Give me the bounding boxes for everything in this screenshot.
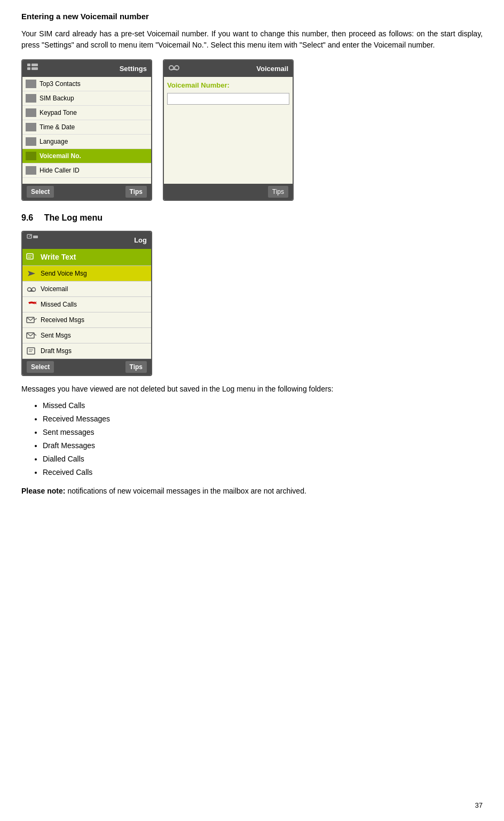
menu-item-label: SIM Backup — [40, 93, 74, 103]
section-title: The Log menu — [44, 213, 103, 222]
log-item-received-msgs[interactable]: Received Msgs — [22, 312, 151, 328]
svg-rect-6 — [171, 69, 177, 70]
voicemail-screen-body: Voicemail Number: — [164, 77, 293, 184]
menu-item-sim-backup[interactable]: SIM Backup — [22, 91, 151, 106]
log-item-missed-calls[interactable]: Missed Calls — [22, 297, 151, 312]
menu-item-label: Time & Date — [40, 122, 75, 132]
settings-screen: Settings Top3 Contacts SIM Backup Keypad… — [21, 59, 152, 201]
caller-id-icon — [26, 166, 36, 175]
voicemail-number-input[interactable] — [167, 93, 289, 105]
voicemail-number-label: Voicemail Number: — [167, 80, 289, 91]
send-voice-icon — [26, 269, 37, 278]
write-text-icon — [26, 252, 37, 262]
log-item-label: Send Voice Msg — [41, 269, 87, 278]
log-item-label: Sent Msgs — [41, 331, 71, 340]
list-item-missed-calls: Missed Calls — [43, 400, 483, 411]
log-item-send-voice[interactable]: Send Voice Msg — [22, 266, 151, 282]
draft-msgs-icon — [26, 346, 37, 356]
svg-rect-26 — [27, 348, 35, 354]
voicemail-screen: Voicemail Voicemail Number: Tips — [163, 59, 294, 201]
svg-line-20 — [30, 317, 34, 320]
svg-line-19 — [27, 317, 30, 320]
missed-calls-icon — [26, 300, 37, 309]
log-item-draft-msgs[interactable]: Draft Msgs — [22, 343, 151, 359]
select-button[interactable]: Select — [27, 186, 54, 198]
svg-rect-0 — [27, 64, 30, 66]
screenshots-row: Settings Top3 Contacts SIM Backup Keypad… — [21, 59, 483, 201]
log-header-icon — [27, 234, 38, 247]
menu-item-voicemail[interactable]: Voicemail No. — [22, 149, 151, 163]
menu-item-label: Top3 Contacts — [40, 79, 81, 89]
menu-item-keypad[interactable]: Keypad Tone — [22, 106, 151, 120]
menu-item-time[interactable]: Time & Date — [22, 120, 151, 135]
list-item-received-calls: Received Calls — [43, 467, 483, 478]
time-icon — [26, 123, 36, 131]
voicemail-tips-button[interactable]: Tips — [268, 186, 288, 198]
menu-item-language[interactable]: Language — [22, 135, 151, 149]
svg-rect-10 — [27, 254, 33, 259]
log-item-label: Draft Msgs — [41, 346, 72, 356]
log-tips-button[interactable]: Tips — [125, 361, 147, 373]
intro-paragraph: Your SIM card already has a pre-set Voic… — [21, 28, 483, 51]
page-number: 37 — [475, 800, 483, 811]
svg-rect-3 — [32, 67, 38, 70]
log-item-sent-msgs[interactable]: Sent Msgs — [22, 328, 151, 343]
log-select-button[interactable]: Select — [27, 361, 54, 373]
sent-msgs-icon — [26, 331, 37, 340]
menu-item-label: Language — [40, 137, 68, 146]
bullet-list: Missed Calls Received Messages Sent mess… — [43, 400, 483, 478]
list-item-received-messages: Received Messages — [43, 413, 483, 425]
body-paragraph: Messages you have viewed are not deleted… — [21, 384, 483, 395]
keypad-icon — [26, 108, 36, 117]
log-item-label: Voicemail — [41, 284, 68, 294]
section-heading: 9.6 The Log menu — [21, 212, 483, 224]
settings-screen-title: Settings — [120, 64, 147, 74]
page-title: Entering a new Voicemail number — [21, 11, 483, 23]
log-screen-title: Log — [134, 235, 147, 246]
menu-item-label: Hide Caller ID — [40, 166, 80, 175]
svg-line-23 — [27, 333, 30, 336]
log-item-voicemail[interactable]: Voicemail — [22, 282, 151, 297]
section-number: 9.6 — [21, 213, 33, 222]
voicemail-screen-title: Voicemail — [256, 64, 288, 74]
menu-item-top3[interactable]: Top3 Contacts — [22, 77, 151, 91]
svg-line-24 — [30, 333, 34, 336]
received-msgs-icon — [26, 315, 37, 325]
settings-header-icon — [27, 62, 38, 75]
settings-screen-header: Settings — [22, 60, 151, 77]
svg-rect-15 — [29, 291, 34, 292]
log-screen-header: Log — [22, 232, 151, 249]
tips-button[interactable]: Tips — [125, 186, 147, 198]
voicemail-log-icon — [26, 284, 37, 294]
list-item-dialled-calls: Dialled Calls — [43, 453, 483, 465]
note-label: Please note: — [21, 487, 65, 495]
svg-rect-9 — [33, 236, 38, 238]
log-item-label: Missed Calls — [41, 300, 77, 309]
language-icon — [26, 137, 36, 146]
settings-screen-footer: Select Tips — [22, 184, 151, 200]
voicemail-screen-footer: Tips — [164, 184, 293, 200]
svg-rect-2 — [27, 67, 30, 70]
log-item-label: Received Msgs — [41, 315, 84, 325]
log-screen-footer: Select Tips — [22, 359, 151, 375]
voicemail-screen-header: Voicemail — [164, 60, 293, 77]
note-text-content: notifications of new voicemail messages … — [67, 487, 306, 495]
menu-item-label: Keypad Tone — [40, 108, 77, 118]
sim-icon — [26, 94, 36, 103]
note-paragraph: Please note: notifications of new voicem… — [21, 486, 483, 497]
svg-rect-1 — [32, 64, 38, 66]
menu-item-label: Voicemail No. — [40, 151, 81, 161]
menu-item-caller-id[interactable]: Hide Caller ID — [22, 163, 151, 178]
settings-screen-body: Top3 Contacts SIM Backup Keypad Tone Tim… — [22, 77, 151, 184]
contacts-icon — [26, 80, 36, 88]
voicemail-icon — [26, 152, 36, 160]
log-item-label: Write Text — [41, 252, 76, 263]
voicemail-header-icon — [168, 62, 180, 75]
log-screen: Log Write Text Send Voice Msg — [21, 231, 152, 376]
log-item-write-text[interactable]: Write Text — [22, 249, 151, 266]
list-item-draft-messages: Draft Messages — [43, 440, 483, 451]
log-screen-body: Write Text Send Voice Msg Voicemail — [22, 249, 151, 359]
list-item-sent-messages: Sent messages — [43, 427, 483, 438]
